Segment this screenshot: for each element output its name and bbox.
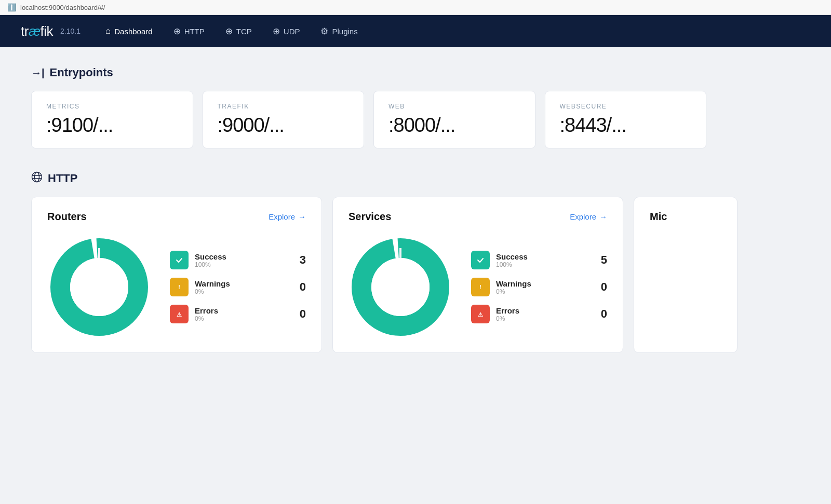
http-title: HTTP [48, 172, 77, 185]
routers-legend-success: Success 100% 3 [170, 251, 306, 269]
services-explore-label: Explore [570, 212, 596, 221]
globe-icon-udp: ⊕ [273, 26, 280, 37]
services-warnings-count: 0 [595, 280, 607, 294]
routers-warnings-name: Warnings [195, 279, 287, 288]
middlewares-card-header: Mic [650, 211, 721, 223]
entrypoints-grid: METRICS :9100/... TRAEFIK :9000/... WEB … [31, 91, 706, 148]
nav-label-dashboard: Dashboard [114, 27, 152, 36]
error-badge-routers: ⚠ [170, 305, 189, 323]
routers-warnings-pct: 0% [195, 288, 287, 295]
entrypoint-card-traefik[interactable]: TRAEFIK :9000/... [203, 91, 365, 148]
services-warnings-name: Warnings [496, 279, 588, 288]
http-cards-row: Routers Explore → [31, 197, 800, 353]
routers-success-pct: 100% [195, 261, 287, 268]
browser-url: localhost:9000/dashboard/#/ [20, 4, 105, 11]
routers-warnings-text: Warnings 0% [195, 279, 287, 295]
nav-item-plugins[interactable]: ⚙ Plugins [311, 22, 367, 41]
routers-errors-count: 0 [293, 307, 306, 321]
main-content: →| Entrypoints METRICS :9100/... TRAEFIK… [0, 47, 831, 372]
services-success-name: Success [496, 252, 588, 261]
routers-card: Routers Explore → [31, 197, 322, 353]
success-badge-routers [170, 251, 189, 269]
services-card-body: Success 100% 5 ! Warnings 0% [349, 235, 607, 339]
nav-label-tcp: TCP [236, 27, 252, 36]
svg-text:⚠: ⚠ [478, 311, 483, 318]
services-warnings-pct: 0% [496, 288, 588, 295]
svg-text:!: ! [479, 284, 481, 290]
svg-text:!: ! [178, 284, 180, 290]
nav-items: ⌂ Dashboard ⊕ HTTP ⊕ TCP ⊕ UDP ⚙ Plugins [96, 22, 367, 41]
globe-icon-http: ⊕ [173, 26, 181, 37]
services-legend-errors: ⚠ Errors 0% 0 [471, 305, 607, 323]
svg-point-5 [70, 258, 128, 316]
nav-label-http: HTTP [184, 27, 205, 36]
nav-item-http[interactable]: ⊕ HTTP [164, 22, 214, 41]
entrypoint-label-metrics: METRICS [46, 103, 178, 110]
routers-legend-warnings: ! Warnings 0% 0 [170, 278, 306, 296]
nav-label-plugins: Plugins [332, 27, 357, 36]
routers-success-text: Success 100% [195, 252, 287, 268]
routers-errors-pct: 0% [195, 315, 287, 322]
nav-item-tcp[interactable]: ⊕ TCP [216, 22, 261, 41]
services-errors-name: Errors [496, 306, 588, 315]
svg-text:⚠: ⚠ [177, 311, 182, 318]
entrypoint-card-websecure[interactable]: WEBSECURE :8443/... [545, 91, 707, 148]
entrypoint-card-metrics[interactable]: METRICS :9100/... [31, 91, 193, 148]
entrypoints-icon: →| [31, 67, 45, 79]
routers-errors-text: Errors 0% [195, 306, 287, 322]
info-icon: ℹ️ [7, 3, 16, 11]
globe-icon-tcp: ⊕ [225, 26, 233, 37]
services-success-count: 5 [595, 253, 607, 267]
entrypoint-value-web: :8000/... [388, 114, 520, 137]
http-section: HTTP Routers Explore → [31, 171, 800, 353]
warning-badge-services: ! [471, 278, 490, 296]
routers-explore-arrow: → [298, 212, 306, 221]
services-warnings-text: Warnings 0% [496, 279, 588, 295]
services-success-text: Success 100% [496, 252, 588, 268]
services-card-header: Services Explore → [349, 211, 607, 223]
services-donut [349, 235, 452, 339]
brand-name: træfik [21, 23, 53, 39]
entrypoint-value-metrics: :9100/... [46, 114, 178, 137]
svg-point-0 [32, 172, 42, 182]
middlewares-card-title: Mic [650, 211, 667, 223]
routers-card-body: Success 100% 3 ! Warnings 0% [47, 235, 306, 339]
routers-legend-errors: ⚠ Errors 0% 0 [170, 305, 306, 323]
navbar: træfik 2.10.1 ⌂ Dashboard ⊕ HTTP ⊕ TCP ⊕… [0, 15, 831, 47]
services-legend-warnings: ! Warnings 0% 0 [471, 278, 607, 296]
services-errors-count: 0 [595, 307, 607, 321]
nav-label-udp: UDP [284, 27, 300, 36]
entrypoint-label-websecure: WEBSECURE [560, 103, 692, 110]
services-success-pct: 100% [496, 261, 588, 268]
brand-version: 2.10.1 [60, 27, 81, 35]
warning-badge-routers: ! [170, 278, 189, 296]
routers-success-name: Success [195, 252, 287, 261]
plugins-icon: ⚙ [320, 26, 328, 37]
entrypoint-value-traefik: :9000/... [218, 114, 350, 137]
routers-explore-link[interactable]: Explore → [269, 212, 306, 221]
services-legend: Success 100% 5 ! Warnings 0% [471, 251, 607, 323]
services-errors-text: Errors 0% [496, 306, 588, 322]
routers-legend: Success 100% 3 ! Warnings 0% [170, 251, 306, 323]
services-explore-link[interactable]: Explore → [570, 212, 607, 221]
http-globe-icon [31, 171, 43, 185]
services-legend-success: Success 100% 5 [471, 251, 607, 269]
brand: træfik 2.10.1 [21, 23, 81, 39]
middlewares-card-partial: Mic [634, 197, 738, 353]
nav-item-udp[interactable]: ⊕ UDP [263, 22, 310, 41]
nav-item-dashboard[interactable]: ⌂ Dashboard [96, 22, 162, 40]
entrypoints-section-header: →| Entrypoints [31, 66, 800, 79]
entrypoints-title: Entrypoints [50, 66, 113, 79]
entrypoint-label-traefik: TRAEFIK [218, 103, 350, 110]
http-section-header: HTTP [31, 171, 800, 185]
routers-donut [47, 235, 151, 339]
entrypoint-label-web: WEB [388, 103, 520, 110]
svg-point-13 [371, 258, 430, 316]
routers-warnings-count: 0 [293, 280, 306, 294]
error-badge-services: ⚠ [471, 305, 490, 323]
browser-bar: ℹ️ localhost:9000/dashboard/#/ [0, 0, 831, 15]
services-card-title: Services [349, 211, 391, 223]
home-icon: ⌂ [105, 26, 111, 36]
entrypoint-card-web[interactable]: WEB :8000/... [373, 91, 535, 148]
routers-success-count: 3 [293, 253, 306, 267]
